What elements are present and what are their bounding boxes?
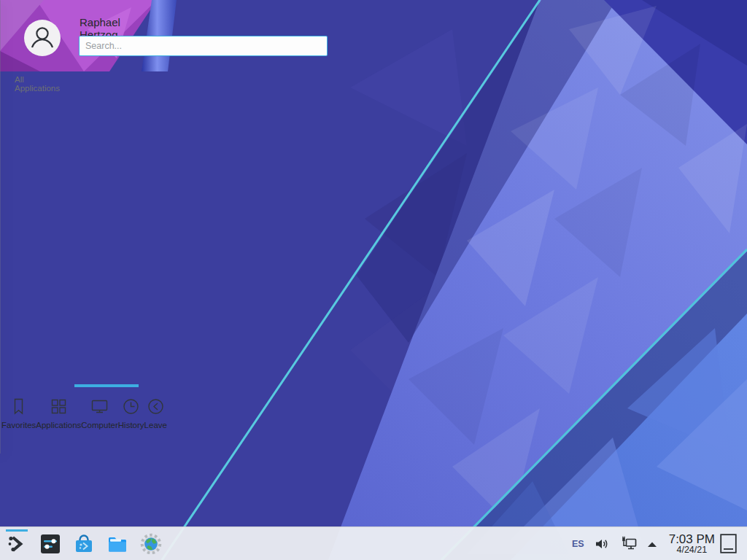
active-task-indicator (6, 529, 28, 532)
tab-favorites[interactable]: Favorites (1, 391, 36, 439)
discover-icon (73, 533, 95, 555)
desktop-wallpaper (0, 0, 747, 560)
tab-computer[interactable]: Computer (81, 391, 118, 439)
taskbar-app-icons (0, 533, 162, 555)
system-settings-button[interactable] (39, 533, 61, 555)
tab-label: Leave (144, 421, 167, 429)
leave-icon (146, 397, 166, 416)
digital-clock[interactable]: 7:03 PM 4/24/21 (669, 533, 715, 556)
browser-globe-gear-icon (140, 533, 162, 555)
folder-icon (107, 533, 128, 555)
tab-label: Computer (81, 421, 118, 429)
search-input[interactable] (79, 36, 328, 56)
user-avatar[interactable] (23, 19, 61, 57)
tab-label: Applications (36, 421, 81, 429)
tab-label: Favorites (1, 421, 36, 429)
show-desktop-button[interactable] (720, 534, 737, 553)
expand-tray-icon[interactable] (647, 541, 657, 548)
clock-time: 7:03 PM (669, 533, 715, 546)
bookmark-icon (9, 397, 28, 416)
section-label: All Applications (15, 75, 60, 93)
web-browser-button[interactable] (140, 533, 162, 555)
application-launcher-button[interactable] (6, 533, 28, 555)
volume-icon[interactable] (594, 536, 610, 552)
tab-applications[interactable]: Applications (36, 391, 81, 439)
tab-label: History (118, 421, 144, 429)
application-launcher-popup: Raphael Hertzog All Applications Games ▶ (0, 0, 1, 454)
kde-launcher-icon (6, 533, 28, 555)
tab-history[interactable]: History (118, 391, 144, 439)
grid-icon (49, 397, 69, 416)
file-manager-button[interactable] (107, 533, 128, 555)
clock-date: 4/24/21 (669, 545, 715, 555)
system-settings-icon (39, 533, 61, 555)
clock-icon (121, 397, 141, 416)
keyboard-layout-indicator[interactable]: ES (572, 539, 584, 549)
system-tray: ES 7:03 PM 4/24/21 (572, 527, 715, 560)
active-tab-indicator (74, 384, 139, 387)
network-icon[interactable] (619, 536, 638, 553)
taskbar: ES 7:03 PM 4/24/21 (0, 526, 747, 560)
computer-icon (90, 397, 109, 416)
discover-button[interactable] (73, 533, 95, 555)
tab-leave[interactable]: Leave (144, 391, 167, 439)
